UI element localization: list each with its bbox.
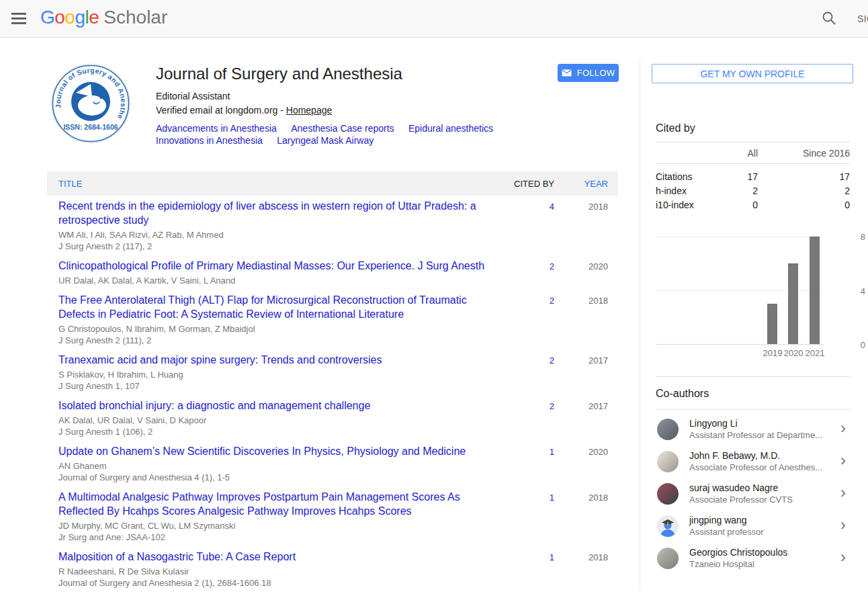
coauthor-name[interactable]: John F. Bebawy, M.D.	[689, 450, 840, 462]
article-title-link[interactable]: Malposition of a Nasogastric Tube: A Cas…	[58, 550, 501, 564]
article-authors: S Pisklakov, H Ibrahim, L Huang	[58, 369, 501, 380]
chart-bar-2019[interactable]	[767, 304, 777, 344]
sign-in-link[interactable]: SIGN IN	[857, 13, 868, 24]
article-cited-count[interactable]: 1	[507, 490, 554, 543]
article-cited-count[interactable]: 4	[507, 199, 554, 252]
stat-value-since[interactable]: 17	[758, 171, 850, 182]
article-title-link[interactable]: Tranexamic acid and major spine surgery:…	[58, 353, 501, 367]
article-cited-count[interactable]: 2	[507, 353, 554, 392]
chevron-right-icon[interactable]: ›	[840, 515, 850, 534]
follow-button[interactable]: FOLLOW	[558, 64, 619, 82]
logo-letter: G	[40, 7, 54, 28]
chart-bar-2021[interactable]	[810, 237, 820, 344]
article-title-link[interactable]: The Free Anterolateral Thigh (ALT) Flap …	[58, 293, 501, 321]
stat-row-h-index: h-index 2 2	[656, 183, 850, 198]
article-year: 2018	[554, 199, 618, 252]
right-sidebar: Cited by All Since 2016 Citations 17 17 …	[656, 113, 850, 596]
profile-name: Journal of Surgery and Anesthesia	[156, 65, 542, 83]
scholar-profile-page: GoogleScholar SIGN IN Journal of Surgery…	[0, 0, 868, 596]
logo-issn-text: ISSN: 2684-1606	[63, 123, 118, 131]
article-title-link[interactable]: Update on Ghanem’s New Scientific Discov…	[58, 444, 501, 458]
coauthor-role: Assistant Professor at Departme...	[689, 429, 840, 441]
follow-label: FOLLOW	[577, 68, 615, 78]
coauthor-name[interactable]: Georgios Christopoulos	[689, 547, 840, 558]
chart-bar-2020[interactable]	[788, 263, 798, 344]
coauthors-list: Lingyong Li Assistant Professor at Depar…	[656, 413, 850, 574]
top-bar: GoogleScholar SIGN IN	[0, 0, 868, 38]
coauthor-row[interactable]: Lingyong Li Assistant Professor at Depar…	[656, 413, 850, 445]
article-cited-count[interactable]: 1	[507, 444, 554, 483]
article-authors: G Christopoulos, N Ibrahim, M Gorman, Z …	[58, 323, 501, 335]
article-year: 2017	[554, 353, 618, 392]
cited-by-stats: Citations 17 17 h-index 2 2 i10-index 0 …	[656, 169, 850, 212]
stat-value-all[interactable]: 0	[718, 200, 758, 210]
article-row: Update on Ghanem’s New Scientific Discov…	[47, 441, 618, 486]
coauthor-name[interactable]: suraj wasudeo Nagre	[689, 482, 840, 494]
stat-label: Citations	[656, 171, 718, 182]
coauthor-avatar	[657, 483, 679, 505]
search-icon[interactable]	[821, 10, 837, 29]
chevron-right-icon[interactable]: ›	[840, 419, 850, 437]
article-authors: R Nadeeshani, R De Silva Kulasir	[58, 566, 501, 577]
article-year: 2020	[554, 259, 618, 286]
logo-letter: e	[89, 7, 99, 28]
chevron-right-icon[interactable]: ›	[840, 548, 850, 566]
article-row: A Multimodal Analgesic Pathway Improves …	[47, 486, 618, 546]
divider	[656, 376, 850, 377]
stat-value-all[interactable]: 2	[718, 185, 758, 196]
stat-label: i10-index	[656, 200, 718, 210]
article-cited-count[interactable]: 2	[507, 293, 554, 346]
y-axis-tick: 0	[851, 340, 865, 350]
logo-letter: g	[75, 7, 85, 28]
homepage-link[interactable]: Homepage	[286, 105, 333, 116]
article-title-link[interactable]: Isolated bronchial injury: a diagnostic …	[58, 398, 501, 413]
stat-row-citations: Citations 17 17	[656, 169, 850, 183]
chart-baseline	[656, 344, 824, 345]
article-cited-count[interactable]: 2	[507, 398, 554, 437]
cited-by-columns: All Since 2016	[656, 148, 850, 164]
chevron-right-icon[interactable]: ›	[840, 451, 850, 470]
article-title-link[interactable]: Recent trends in the epidemiology of liv…	[58, 199, 501, 227]
coauthor-avatar-default-scholar	[657, 515, 679, 537]
article-venue: Jr Surg and Ane: JSAA-102	[58, 531, 501, 543]
sort-by-title-link[interactable]: TITLE	[58, 179, 82, 189]
articles-table: TITLE CITED BY YEAR Recent trends in the…	[47, 171, 618, 592]
interest-link[interactable]: Epidural anesthetics	[408, 122, 493, 134]
article-cited-count[interactable]: 1	[507, 550, 554, 589]
stat-value-all[interactable]: 17	[718, 171, 758, 182]
gridline	[656, 290, 824, 291]
coauthor-name[interactable]: jingping wang	[689, 515, 840, 526]
profile-avatar-journal-logo: Journal of Surgery and Anesthesia ISSN: …	[50, 63, 131, 144]
menu-icon[interactable]	[11, 13, 26, 24]
get-my-own-profile-button[interactable]: GET MY OWN PROFILE	[652, 64, 853, 83]
x-axis-label: 2021	[800, 348, 830, 358]
article-row: Clinicopathological Profile of Primary M…	[47, 255, 618, 290]
google-scholar-logo[interactable]: GoogleScholar	[40, 7, 167, 28]
coauthor-row[interactable]: Georgios Christopoulos Tzaneio Hospital …	[656, 542, 850, 574]
interest-link[interactable]: Anesthesia Case reports	[291, 122, 394, 134]
article-title-link[interactable]: A Multimodal Analgesic Pathway Improves …	[58, 490, 501, 518]
coauthor-name[interactable]: Lingyong Li	[689, 418, 840, 429]
sort-by-cited-link[interactable]: CITED BY	[514, 179, 554, 189]
interest-link[interactable]: Advancements in Anesthesia	[156, 122, 277, 134]
divider	[656, 409, 850, 410]
chevron-right-icon[interactable]: ›	[840, 483, 850, 502]
stat-value-since[interactable]: 0	[758, 200, 850, 210]
coauthor-row[interactable]: John F. Bebawy, M.D. Associate Professor…	[656, 445, 850, 478]
coauthors-title: Co-authors	[656, 388, 709, 400]
coauthor-row[interactable]: jingping wang Assistant professor ›	[656, 510, 850, 542]
article-authors: UR Dalal, AK Dalal, A Kartik, V Saini, L…	[58, 275, 501, 286]
interest-link[interactable]: Innovations in Anesthesia	[156, 134, 263, 146]
interest-link[interactable]: Laryngeal Mask Airway	[277, 134, 374, 146]
coauthor-avatar	[657, 451, 679, 472]
article-authors: AK Dalal, UR Dalal, V Saini, D Kapoor	[58, 415, 501, 426]
article-cited-count[interactable]: 2	[507, 259, 554, 286]
stat-value-since[interactable]: 2	[758, 185, 850, 196]
coauthor-row[interactable]: suraj wasudeo Nagre Associate Professor …	[656, 478, 850, 510]
article-year: 2018	[554, 293, 618, 346]
coauthor-role: Assistant professor	[689, 526, 840, 538]
sort-by-year-link[interactable]: YEAR	[584, 179, 608, 189]
verified-email-text: Verified email at longdom.org -	[156, 105, 286, 116]
article-title-link[interactable]: Clinicopathological Profile of Primary M…	[58, 259, 501, 273]
logo-letter: o	[64, 7, 75, 28]
